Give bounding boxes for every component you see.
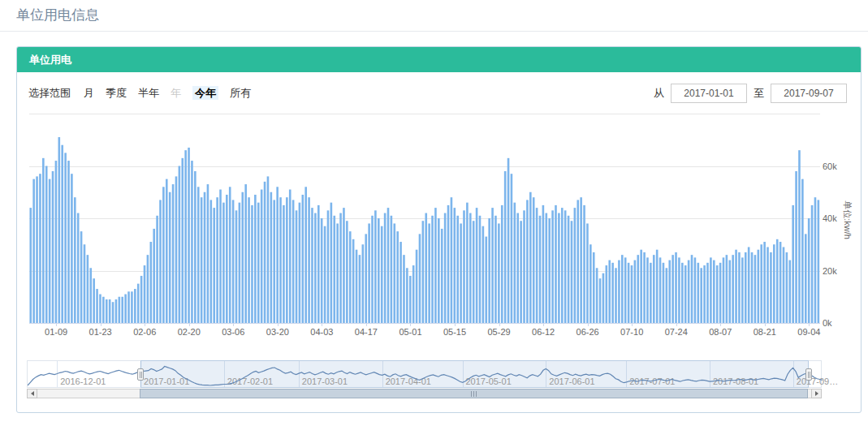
x-tick-label: 06-12 <box>532 327 555 337</box>
x-tick-mark <box>676 323 677 326</box>
x-tick-label: 07-10 <box>620 327 643 337</box>
page: 单位用电信息 单位用电 选择范围 月季度半年年今年所有 从 至 0 <box>0 0 868 426</box>
x-tick-mark <box>588 323 589 326</box>
bars-svg <box>29 114 820 323</box>
plot-area[interactable] <box>29 114 820 323</box>
y-tick-label: 40k <box>823 213 837 223</box>
scrollbar-thumb[interactable] <box>140 389 808 398</box>
x-tick-label: 05-15 <box>443 327 466 337</box>
y-tick-label: 20k <box>823 266 837 276</box>
x-tick-mark <box>322 323 322 326</box>
x-tick-label: 02-20 <box>178 327 201 337</box>
x-tick-label: 01-09 <box>45 327 67 337</box>
x-tick-label: 08-21 <box>754 327 776 337</box>
x-tick-mark <box>56 323 57 326</box>
electricity-panel: 单位用电 选择范围 月季度半年年今年所有 从 至 0k20k40k60k 单位:… <box>16 46 862 413</box>
x-tick-mark <box>543 323 544 326</box>
x-tick-mark <box>278 323 279 326</box>
arrow-right-icon <box>815 391 818 396</box>
panel-header: 单位用电 <box>17 47 861 72</box>
x-tick-label: 09-04 <box>797 327 820 337</box>
x-tick-label: 08-07 <box>709 327 732 337</box>
x-tick-label: 03-20 <box>266 327 289 337</box>
x-tick-mark <box>632 323 633 326</box>
x-tick-mark <box>189 323 190 326</box>
y-tick-label: 60k <box>823 161 837 171</box>
scrollbar <box>27 389 822 398</box>
panel-body: 选择范围 月季度半年年今年所有 从 至 0k20k40k60k 单位:kw/h … <box>17 72 861 413</box>
y-axis-title: 单位:kw/h <box>841 200 853 239</box>
navigator-left-handle[interactable] <box>137 368 144 381</box>
x-tick-label: 07-24 <box>665 327 688 337</box>
x-tick-label: 04-03 <box>310 327 333 337</box>
x-tick-mark <box>499 323 500 326</box>
x-tick-mark <box>145 323 145 326</box>
title-divider <box>0 31 868 32</box>
scrollbar-right-button[interactable] <box>811 389 822 398</box>
navigator[interactable]: 2016-12-012017-01-012017-02-012017-03-01… <box>27 360 822 388</box>
navigator-right-handle[interactable] <box>805 368 812 381</box>
x-tick-mark <box>720 323 721 326</box>
panel-header-title: 单位用电 <box>29 53 71 67</box>
x-tick-mark <box>233 323 234 326</box>
x-tick-label: 05-29 <box>487 327 510 337</box>
x-tick-label: 04-17 <box>355 327 378 337</box>
x-tick-mark <box>410 323 411 326</box>
x-tick-mark <box>101 323 101 326</box>
navigator-line-svg <box>28 361 823 389</box>
y-tick-label: 0k <box>823 318 832 328</box>
x-tick-label: 01-23 <box>89 327 112 337</box>
x-tick-mark <box>455 323 456 326</box>
x-tick-label: 03-06 <box>222 327 244 337</box>
x-tick-label: 06-26 <box>577 327 599 337</box>
x-tick-mark <box>809 323 810 326</box>
x-tick-label: 02-06 <box>133 327 156 337</box>
x-tick-mark <box>366 323 367 326</box>
x-tick-mark <box>765 323 766 326</box>
arrow-left-icon <box>31 391 34 396</box>
scrollbar-left-button[interactable] <box>27 389 37 398</box>
page-title: 单位用电信息 <box>16 6 99 24</box>
x-tick-label: 05-01 <box>399 327 421 337</box>
x-axis-line <box>29 323 820 324</box>
